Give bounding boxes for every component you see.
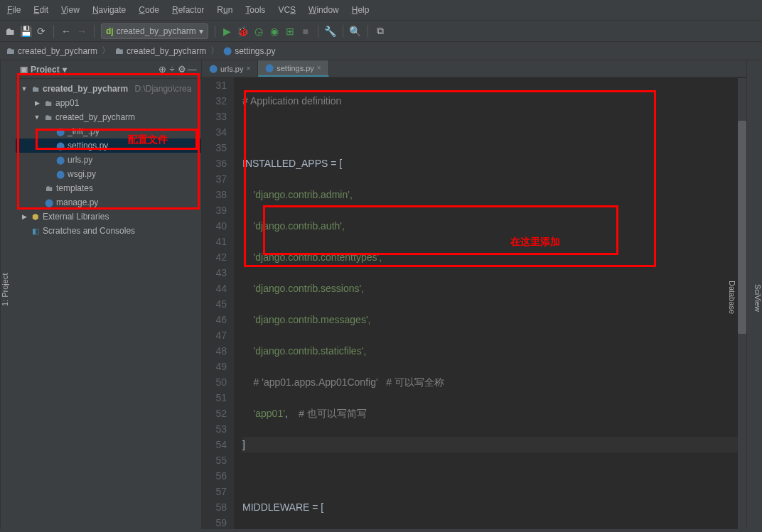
tree-manage[interactable]: ⬤manage.py	[16, 195, 201, 210]
locate-icon[interactable]: ⊕	[157, 64, 167, 75]
menubar: File Edit View Navigate Code Refactor Ru…	[0, 0, 762, 21]
hide-icon[interactable]: —	[187, 64, 197, 75]
debug-icon[interactable]: 🐞	[237, 26, 249, 37]
run-icon[interactable]: ▶	[222, 26, 233, 37]
forward-icon[interactable]: →	[76, 26, 87, 37]
menu-run[interactable]: Run	[214, 3, 235, 17]
tree-root[interactable]: ▼🖿created_by_pycharm D:\Django\crea	[16, 82, 201, 96]
tree-extlib[interactable]: ▶⬢External Libraries	[16, 210, 201, 224]
menu-help[interactable]: Help	[349, 3, 372, 17]
gear-icon[interactable]: ⚙	[177, 64, 187, 75]
project-tree: ▼🖿created_by_pycharm D:\Django\crea ▶🖿ap…	[16, 79, 201, 241]
bc-1[interactable]: created_by_pycharm	[18, 46, 97, 56]
bc-3[interactable]: settings.py	[235, 46, 275, 56]
scrollbar-thumb[interactable]	[738, 121, 746, 334]
tree-urls[interactable]: ⬤urls.py	[16, 153, 201, 167]
collapse-icon[interactable]: ÷	[167, 64, 177, 75]
menu-refactor[interactable]: Refactor	[169, 3, 207, 17]
structure-icon[interactable]: ⧉	[375, 26, 386, 37]
run-config-label: created_by_pycharm	[117, 26, 196, 36]
menu-tools[interactable]: Tools	[242, 3, 268, 17]
tree-init[interactable]: ⬤_init_.py	[16, 124, 201, 139]
profile-icon[interactable]: ◉	[269, 26, 280, 37]
menu-vcs[interactable]: VCS	[275, 3, 299, 17]
bc-2[interactable]: created_by_pycharm	[127, 46, 206, 56]
back-icon[interactable]: ←	[60, 26, 72, 37]
wrench-icon[interactable]: 🔧	[325, 26, 336, 37]
close-icon[interactable]: ×	[317, 64, 321, 72]
menu-window[interactable]: Window	[306, 3, 342, 17]
code-editor[interactable]: 3132333435363738394041424344454647484950…	[202, 77, 746, 529]
chevron-down-icon: ▾	[199, 26, 203, 36]
menu-code[interactable]: Code	[136, 3, 162, 17]
python-icon: ⬤	[223, 46, 232, 55]
menu-file[interactable]: File	[4, 3, 23, 17]
refresh-icon[interactable]: ⟳	[36, 26, 47, 37]
tree-settings[interactable]: ⬤settings.py	[16, 139, 201, 153]
search-icon[interactable]: 🔍	[350, 26, 361, 37]
open-icon[interactable]: 🖿	[4, 26, 16, 37]
tree-app01[interactable]: ▶🖿app01	[16, 96, 201, 110]
stop-icon[interactable]: ■	[300, 26, 311, 37]
menu-view[interactable]: View	[58, 3, 82, 17]
right-toolwindow-bar: SciView Database	[746, 60, 762, 529]
concurrency-icon[interactable]: ⊞	[284, 26, 296, 37]
right-tab-sciview[interactable]: SciView	[753, 284, 762, 312]
folder-icon: 🖿	[6, 45, 15, 56]
tree-wsgi[interactable]: ⬤wsgi.py	[16, 167, 201, 181]
scrollbar-track[interactable]	[738, 78, 746, 532]
panel-title[interactable]: ▣ Project ▾	[20, 65, 157, 75]
editor: ⬤urls.py× ⬤settings.py× 3132333435363738…	[202, 60, 746, 529]
close-icon[interactable]: ×	[246, 65, 250, 72]
django-icon: dj	[106, 26, 114, 36]
gutter: 3132333435363738394041424344454647484950…	[202, 77, 234, 529]
tab-settings[interactable]: ⬤settings.py×	[258, 60, 328, 77]
tab-urls[interactable]: ⬤urls.py×	[202, 60, 258, 77]
run-config-dropdown[interactable]: dj created_by_pycharm ▾	[101, 23, 208, 39]
editor-tabs: ⬤urls.py× ⬤settings.py×	[202, 60, 746, 77]
coverage-icon[interactable]: ◶	[253, 26, 264, 37]
toolbar: 🖿 💾 ⟳ ← → dj created_by_pycharm ▾ ▶ 🐞 ◶ …	[0, 21, 762, 42]
tree-inner-pkg[interactable]: ▼🖿created_by_pycharm	[16, 110, 201, 124]
tree-scratch[interactable]: ◧Scratches and Consoles	[16, 224, 201, 238]
folder-icon: 🖿	[114, 45, 124, 56]
tree-templates[interactable]: 🖿templates	[16, 181, 201, 195]
save-icon[interactable]: 💾	[20, 26, 31, 37]
menu-navigate[interactable]: Navigate	[90, 3, 129, 17]
menu-edit[interactable]: Edit	[31, 3, 51, 17]
breadcrumb: 🖿 created_by_pycharm 〉 🖿 created_by_pych…	[0, 42, 762, 60]
left-toolwindow-tab-project[interactable]: 1: Project	[0, 60, 16, 529]
code-content[interactable]: # Application definition INSTALLED_APPS …	[234, 77, 746, 529]
project-sidebar: ▣ Project ▾ ⊕ ÷ ⚙ — ▼🖿created_by_pycharm…	[16, 60, 202, 529]
